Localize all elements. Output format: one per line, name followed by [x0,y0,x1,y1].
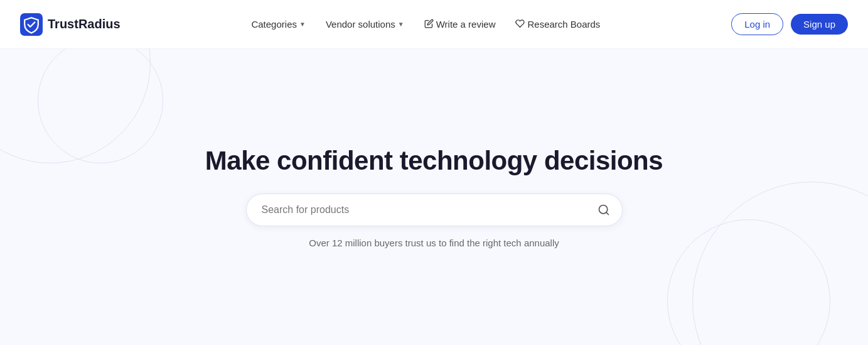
svg-line-2 [606,212,608,215]
navbar-left: TrustRadius [20,13,121,36]
categories-label: Categories [251,19,297,30]
search-icon [597,204,610,216]
search-container [246,194,623,226]
navbar-right: Log in Sign up [731,13,848,35]
navbar-center: Categories ▼ Vendor solutions ▼ Write a … [251,19,600,30]
login-button[interactable]: Log in [731,13,783,35]
logo-text: TrustRadius [48,17,121,31]
categories-nav-link[interactable]: Categories ▼ [251,19,305,30]
vendor-solutions-nav-link[interactable]: Vendor solutions ▼ [326,19,404,30]
vendor-solutions-chevron-icon: ▼ [398,21,404,28]
pencil-icon [424,19,434,30]
hero-section: Make confident technology decisions Over… [0,49,868,345]
hero-subtitle: Over 12 million buyers trust us to find … [309,238,559,248]
research-boards-nav-link[interactable]: Research Boards [515,19,600,30]
logo-link[interactable]: TrustRadius [20,13,121,36]
categories-chevron-icon: ▼ [299,21,306,28]
research-boards-label: Research Boards [527,19,600,30]
search-input[interactable] [246,194,623,226]
signup-button[interactable]: Sign up [791,14,848,35]
heart-icon [515,19,525,30]
search-button[interactable] [595,201,613,219]
write-review-nav-link[interactable]: Write a review [424,19,496,30]
trust-radius-logo-icon [20,13,43,36]
navbar: TrustRadius Categories ▼ Vendor solution… [0,0,868,49]
vendor-solutions-label: Vendor solutions [326,19,395,30]
write-review-label: Write a review [436,19,496,30]
hero-title: Make confident technology decisions [205,146,663,176]
